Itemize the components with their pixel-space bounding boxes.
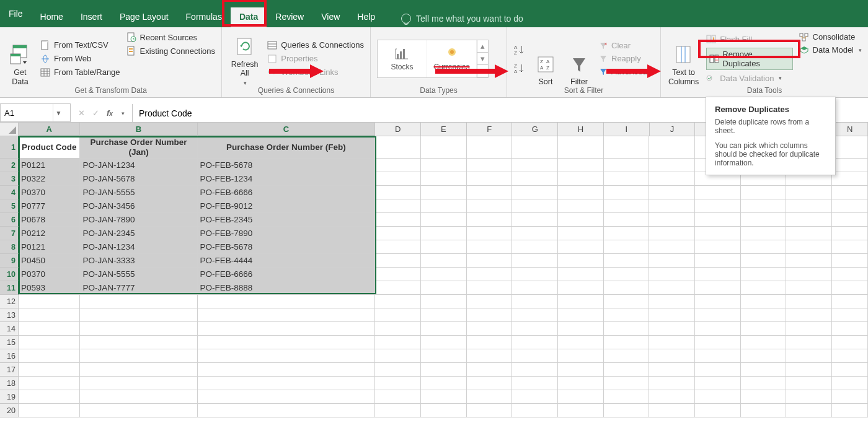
cell[interactable] [375, 186, 421, 199]
cell[interactable]: PO-JAN-7890 [80, 213, 197, 227]
cell[interactable] [558, 199, 604, 213]
cell[interactable]: P0370 [19, 268, 81, 281]
cell[interactable] [741, 240, 787, 254]
cell[interactable] [649, 240, 695, 254]
cell[interactable] [558, 240, 604, 254]
cell[interactable] [19, 322, 81, 336]
cell[interactable] [421, 377, 467, 390]
cell[interactable] [741, 377, 787, 390]
column-header[interactable]: B [80, 123, 197, 136]
cell[interactable] [604, 254, 650, 268]
cell[interactable] [741, 213, 787, 227]
row-header[interactable]: 1 [0, 136, 19, 159]
cell[interactable] [467, 281, 513, 295]
cell[interactable] [832, 363, 868, 377]
cell[interactable] [512, 363, 558, 377]
cell[interactable] [786, 240, 832, 254]
cancel-icon[interactable]: ✕ [78, 108, 85, 118]
cell[interactable] [421, 268, 467, 281]
cell[interactable] [19, 295, 81, 308]
cell[interactable] [604, 404, 650, 417]
row-header[interactable]: 11 [0, 281, 19, 295]
cell[interactable] [649, 336, 695, 349]
cell[interactable] [786, 199, 832, 213]
cell[interactable] [467, 349, 513, 363]
cell[interactable] [512, 159, 558, 172]
cell[interactable] [604, 377, 650, 390]
column-header[interactable]: C [198, 123, 376, 136]
cell[interactable] [786, 268, 832, 281]
cell[interactable] [421, 349, 467, 363]
cell[interactable] [741, 404, 787, 417]
column-header[interactable]: I [604, 123, 650, 136]
cell[interactable] [512, 227, 558, 240]
cell[interactable] [467, 213, 513, 227]
recent-sources-button[interactable]: Recent Sources [126, 32, 215, 42]
cell[interactable] [19, 377, 81, 390]
cell[interactable] [695, 281, 741, 295]
cell[interactable] [467, 295, 513, 308]
cell[interactable] [421, 336, 467, 349]
cell[interactable] [832, 322, 868, 336]
cell[interactable] [695, 322, 741, 336]
row-header[interactable]: 17 [0, 363, 19, 377]
cell[interactable]: PO-FEB-1234 [198, 172, 376, 186]
cell[interactable] [198, 404, 376, 417]
cell[interactable] [649, 308, 695, 322]
namebox[interactable]: ▼ [0, 103, 71, 122]
cell[interactable] [786, 186, 832, 199]
row-header[interactable]: 18 [0, 377, 19, 390]
cell[interactable] [558, 349, 604, 363]
cell[interactable] [558, 377, 604, 390]
cell[interactable] [421, 199, 467, 213]
cell[interactable] [467, 159, 513, 172]
row-header[interactable]: 12 [0, 295, 19, 308]
cell[interactable] [649, 322, 695, 336]
column-header[interactable]: E [421, 123, 467, 136]
remove-duplicates-button[interactable]: Remove Duplicates [706, 48, 792, 70]
cell[interactable]: PO-FEB-9012 [198, 199, 376, 213]
cell[interactable] [786, 336, 832, 349]
cell[interactable] [649, 268, 695, 281]
cell[interactable] [467, 363, 513, 377]
cell[interactable] [558, 363, 604, 377]
cell[interactable] [832, 268, 868, 281]
tab-view[interactable]: View [312, 7, 348, 27]
tab-page-layout[interactable]: Page Layout [111, 7, 177, 27]
flash-fill-button[interactable]: Flash Fill [706, 35, 792, 44]
cell[interactable] [512, 240, 558, 254]
cell[interactable] [375, 281, 421, 295]
advanced-filter-button[interactable]: Advanced [599, 67, 647, 76]
cell[interactable]: P0212 [19, 227, 81, 240]
currencies-type[interactable]: Currencies [427, 40, 477, 77]
cell[interactable] [649, 295, 695, 308]
cell[interactable] [649, 363, 695, 377]
cell[interactable] [421, 213, 467, 227]
refresh-all-button[interactable]: Refresh All ▾ [228, 31, 261, 86]
cell[interactable] [375, 199, 421, 213]
cell[interactable] [695, 254, 741, 268]
cell[interactable] [604, 349, 650, 363]
cell[interactable] [467, 268, 513, 281]
cell[interactable] [421, 172, 467, 186]
cell[interactable] [467, 240, 513, 254]
cell[interactable] [741, 322, 787, 336]
cell[interactable]: Purchase Order Number (Feb) [198, 136, 376, 159]
cell[interactable] [832, 295, 868, 308]
cell[interactable]: P0121 [19, 240, 81, 254]
cell[interactable]: PO-JAN-3456 [80, 199, 197, 213]
column-header[interactable]: J [650, 123, 696, 136]
cell[interactable] [421, 404, 467, 417]
cell[interactable] [512, 336, 558, 349]
cell[interactable] [421, 390, 467, 404]
cell[interactable] [649, 186, 695, 199]
cell[interactable] [604, 281, 650, 295]
cell[interactable] [80, 349, 197, 363]
cell[interactable] [558, 308, 604, 322]
cell[interactable] [786, 254, 832, 268]
properties-button[interactable]: Properties [267, 54, 364, 64]
cell[interactable] [832, 349, 868, 363]
cell[interactable] [786, 281, 832, 295]
cell[interactable] [649, 390, 695, 404]
row-header[interactable]: 20 [0, 404, 19, 417]
